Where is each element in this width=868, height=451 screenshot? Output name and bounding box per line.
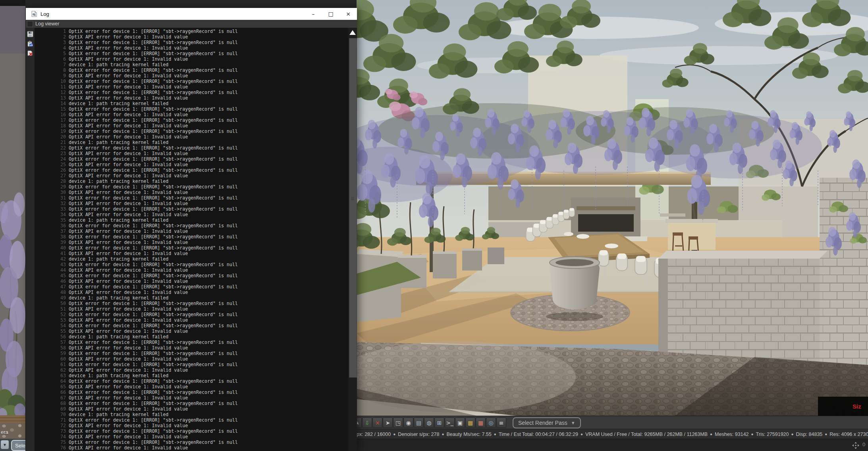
- line-number: 58: [35, 345, 69, 351]
- status-segment: Denoiser s/px: 278: [398, 432, 439, 437]
- copy-log-icon[interactable]: ab: [27, 40, 33, 47]
- line-number: 49: [35, 295, 69, 301]
- log-line: 12OptiX error for device 1: [ERROR] "sbt…: [35, 90, 348, 95]
- line-number: 50: [35, 301, 69, 306]
- line-number: 31: [35, 195, 69, 201]
- scrollbar-thumb[interactable]: [349, 38, 357, 378]
- line-text: device 1: path tracing kernel failed: [69, 62, 168, 67]
- line-number: 3: [35, 40, 69, 45]
- line-number: 27: [35, 173, 69, 178]
- host-dropdown-button[interactable]: ▼: [1, 440, 9, 449]
- line-text: OptiX error for device 1: [ERROR] "sbt->…: [69, 362, 238, 367]
- fullscreen-icon[interactable]: ◳: [393, 418, 403, 428]
- log-line: 53OptiX API error for device 1: Invalid …: [35, 317, 348, 323]
- log-line: 71OptiX error for device 1: [ERROR] "sbt…: [35, 417, 348, 423]
- region-render-icon[interactable]: ▣: [455, 418, 465, 428]
- line-text: OptiX error for device 1: [ERROR] "sbt->…: [69, 184, 238, 190]
- color-corrections-icon[interactable]: ▦: [476, 418, 486, 428]
- line-text: OptiX error for device 1: [ERROR] "sbt->…: [69, 245, 238, 251]
- status-segment: px: 282 / 16000: [357, 432, 391, 437]
- log-line: 63device 1: path tracing kernel failed: [35, 373, 348, 378]
- render-history-icon[interactable]: ▤: [414, 418, 424, 428]
- line-number: 23: [35, 151, 69, 156]
- chevron-down-icon: ▼: [3, 443, 7, 447]
- log-line: 50OptiX error for device 1: [ERROR] "sbt…: [35, 301, 348, 306]
- log-window: Log – □ × Log viewer ab: [25, 8, 357, 451]
- log-line: 64OptiX error for device 1: [ERROR] "sbt…: [35, 378, 348, 384]
- log-line: 44OptiX API error for device 1: Invalid …: [35, 267, 348, 273]
- log-line: 69OptiX API error for device 1: Invalid …: [35, 406, 348, 412]
- line-number: 44: [35, 267, 69, 273]
- clear-log-icon[interactable]: [27, 50, 33, 56]
- log-line: 45OptiX error for device 1: [ERROR] "sbt…: [35, 273, 348, 278]
- line-text: OptiX error for device 1: [ERROR] "sbt->…: [69, 301, 238, 306]
- track-mouse-icon[interactable]: ➤: [383, 418, 393, 428]
- movie-icon[interactable]: ◎: [486, 418, 496, 428]
- line-number: 16: [35, 112, 69, 117]
- line-text: OptiX API error for device 1: Invalid va…: [69, 151, 188, 156]
- line-text: OptiX error for device 1: [ERROR] "sbt->…: [69, 273, 238, 278]
- tab-log-viewer[interactable]: Log viewer: [26, 21, 59, 27]
- line-number: 54: [35, 323, 69, 328]
- host-app-topbar: [0, 0, 25, 6]
- line-text: device 1: path tracing kernel failed: [69, 101, 168, 106]
- line-text: device 1: path tracing kernel failed: [69, 412, 168, 417]
- icon-glyph: ⇩: [365, 420, 370, 426]
- log-line: 27OptiX API error for device 1: Invalid …: [35, 173, 348, 178]
- log-line: 15OptiX error for device 1: [ERROR] "sbt…: [35, 106, 348, 112]
- line-number: 14: [35, 101, 69, 106]
- save-image-icon[interactable]: ⇩: [362, 418, 372, 428]
- chevron-down-icon: ▼: [571, 420, 575, 425]
- line-number: 33: [35, 206, 69, 212]
- scroll-up-arrow-icon[interactable]: [349, 30, 356, 35]
- select-button[interactable]: Select: [11, 440, 25, 451]
- line-text: OptiX API error for device 1: Invalid va…: [69, 228, 188, 234]
- line-text: OptiX error for device 1: [ERROR] "sbt->…: [69, 117, 238, 123]
- status-separator: ●: [751, 432, 754, 436]
- status-segment: Disp: 84835: [796, 432, 823, 437]
- icon-glyph: ◍: [426, 420, 431, 426]
- minimize-button[interactable]: –: [305, 8, 322, 20]
- render-elements-icon[interactable]: ◍: [424, 418, 434, 428]
- log-line: 6OptiX API error for device 1: Invalid v…: [35, 56, 348, 62]
- log-scrollbar[interactable]: [348, 28, 357, 451]
- line-number: 72: [35, 423, 69, 428]
- log-window-titlebar[interactable]: Log – □ ×: [26, 8, 357, 20]
- tab-icon: [27, 21, 33, 27]
- log-icon[interactable]: ≡: [496, 418, 506, 428]
- line-number: 73: [35, 428, 69, 434]
- console-icon[interactable]: >_: [445, 418, 455, 428]
- duplicate-buffer-icon[interactable]: ⊞: [434, 418, 444, 428]
- svg-text:ab: ab: [30, 44, 33, 46]
- icon-glyph: ×: [375, 420, 380, 426]
- log-document-icon: [31, 11, 37, 17]
- log-line: 25OptiX API error for device 1: Invalid …: [35, 162, 348, 167]
- line-text: OptiX API error for device 1: Invalid va…: [69, 84, 188, 90]
- host-viewport-sliver[interactable]: [0, 6, 25, 423]
- line-number: 24: [35, 156, 69, 162]
- line-text: OptiX API error for device 1: Invalid va…: [69, 328, 188, 334]
- line-text: OptiX error for device 1: [ERROR] "sbt->…: [69, 223, 238, 228]
- render-pass-dropdown[interactable]: Select Render Pass ▼: [513, 417, 581, 428]
- status-segment: VRAM Used / Free / Total: 9265MB / 262MB…: [585, 432, 708, 437]
- image-lightmix-icon[interactable]: ▩: [465, 418, 475, 428]
- line-number: 12: [35, 90, 69, 95]
- line-text: OptiX API error for device 1: Invalid va…: [69, 317, 188, 323]
- line-number: 34: [35, 212, 69, 217]
- pan-icon[interactable]: [852, 442, 859, 449]
- maximize-button[interactable]: □: [322, 8, 339, 20]
- log-line: 21device 1: path tracing kernel failed: [35, 140, 348, 145]
- log-line: 32OptiX API error for device 1: Invalid …: [35, 201, 348, 206]
- snapshot-icon[interactable]: ◉: [403, 418, 413, 428]
- line-number: 39: [35, 240, 69, 245]
- line-number: 38: [35, 234, 69, 240]
- line-number: 66: [35, 390, 69, 395]
- clear-image-icon[interactable]: ×: [372, 418, 382, 428]
- line-number: 61: [35, 362, 69, 367]
- close-button[interactable]: ×: [339, 8, 357, 20]
- line-number: 40: [35, 245, 69, 251]
- log-lines: 1OptiX error for device 1: [ERROR] "sbt-…: [35, 28, 348, 451]
- line-number: 51: [35, 306, 69, 312]
- line-number: 9: [35, 73, 69, 79]
- save-log-icon[interactable]: [27, 31, 33, 37]
